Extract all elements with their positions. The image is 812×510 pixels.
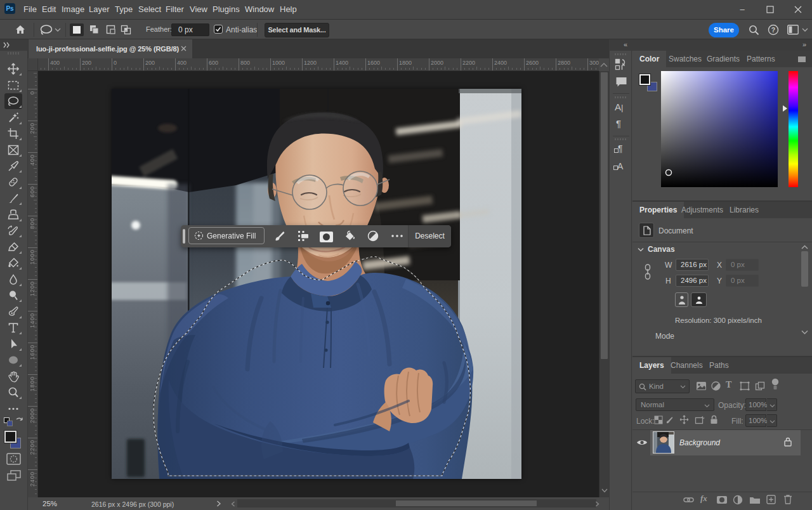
svg-text:?: ? <box>771 26 775 34</box>
